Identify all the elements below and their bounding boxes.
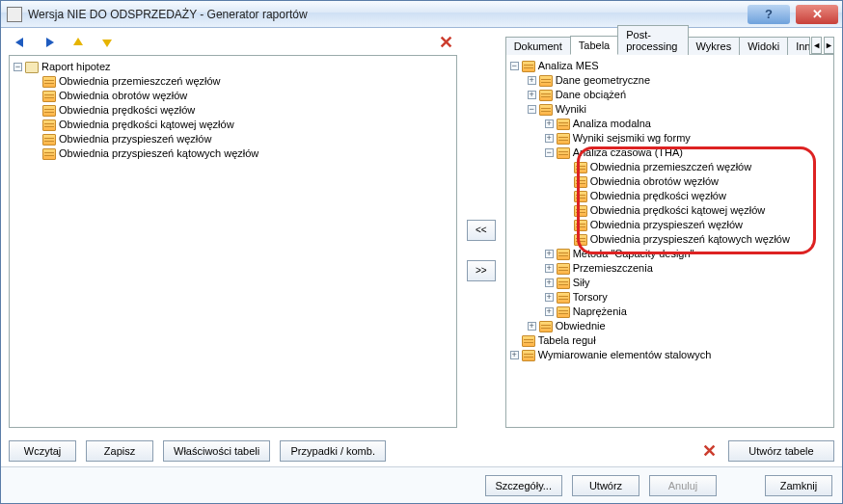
tab-scroll-left-icon[interactable]: ◄ [811,37,822,54]
collapse-icon[interactable]: − [528,105,536,114]
expand-icon[interactable]: + [545,250,554,258]
load-button[interactable]: Wczytaj [9,440,76,462]
tab-inne[interactable]: Inne [787,37,810,55]
tree-item[interactable]: +Obwiednie [528,319,831,333]
tree-item[interactable]: +Analiza modalna [545,117,831,131]
app-icon [7,7,22,22]
help-button[interactable]: ? [748,5,790,24]
tab-wykres[interactable]: Wykres [688,37,741,55]
move-left-button[interactable]: << [467,220,496,241]
table-icon [557,278,570,289]
table-icon [539,75,553,87]
move-right-button[interactable]: >> [467,260,496,281]
svg-marker-1 [46,38,54,47]
delete-icon[interactable]: ✕ [702,442,717,460]
expand-icon[interactable]: + [528,91,536,99]
expand-icon[interactable]: + [545,293,554,302]
svg-marker-3 [102,40,112,47]
collapse-icon[interactable]: − [510,62,519,70]
expand-icon[interactable]: + [510,351,519,359]
tree-item[interactable]: +Przemieszczenia [545,261,831,276]
expand-icon[interactable]: + [545,307,554,316]
tree-root[interactable]: − Raport hipotez [14,60,454,74]
expand-icon[interactable]: + [545,264,554,273]
tree-item[interactable]: +Dane geometryczne [528,73,831,88]
tree-item[interactable]: +Metoda "Capacity design" [545,247,831,261]
tree-item-label: Obwiednia przyspieszeń węzłów [590,218,743,232]
table-icon [574,176,587,188]
collapse-icon[interactable]: − [14,63,22,71]
tree-item[interactable]: Obwiednia prędkości węzłów [562,189,831,203]
nav-up-icon[interactable] [70,35,86,50]
tree-item-label: Analiza MES [538,59,599,73]
left-button-row: Wczytaj Zapisz Właściwości tabeli Przypa… [9,428,457,466]
cases-combos-button[interactable]: Przypadki / komb. [280,440,386,462]
tab-dokument[interactable]: Dokument [505,37,571,55]
close-button[interactable]: Zamknij [765,475,832,496]
tree-item[interactable]: +Siły [545,276,831,290]
save-button[interactable]: Zapisz [86,440,153,462]
nav-back-icon[interactable] [13,35,28,50]
report-generator-window: Wersja NIE DO ODSPRZEDAŻY - Generator ra… [0,0,843,504]
nav-forward-icon[interactable] [41,35,57,50]
tree-item[interactable]: −Analiza czasowa (THA) [545,146,831,160]
tree-item[interactable]: Obwiednia obrotów węzłów [562,174,831,189]
right-pane: Dokument Tabela Post-processing Wykres W… [505,34,834,466]
tree-item[interactable]: Obwiednia przyspieszeń kątowych węzłów [562,232,831,247]
expand-icon[interactable]: + [528,322,536,331]
tab-widoki[interactable]: Widoki [739,37,788,55]
svg-marker-2 [73,38,83,45]
tree-item[interactable]: +Naprężenia [545,305,831,319]
tree-item[interactable]: Obwiednia przemieszczeń węzłów [31,74,454,89]
tree-item-label: Obwiednia przyspieszeń węzłów [59,132,211,146]
create-tables-button[interactable]: Utwórz tabele [728,440,834,462]
tree-item[interactable]: Obwiednia przyspieszeń kątowych węzłów [31,146,454,161]
table-icon [42,105,56,117]
expand-icon[interactable]: + [545,119,554,128]
tree-item-label: Torsory [573,290,608,305]
tree-item[interactable]: Obwiednia prędkości kątowej węzłów [562,203,831,218]
tree-item[interactable]: Tabela reguł [510,333,831,348]
tree-item[interactable]: Obwiednia przyspieszeń węzłów [31,132,454,146]
table-icon [522,335,535,347]
tree-item[interactable]: +Dane obciążeń [528,88,831,102]
tree-item-label: Analiza czasowa (THA) [573,146,683,160]
table-icon [42,76,56,88]
expand-icon[interactable]: + [545,134,554,143]
tree-item[interactable]: −Analiza MES [510,59,831,73]
nav-down-icon[interactable] [99,35,115,50]
create-button[interactable]: Utwórz [572,475,639,496]
left-tree[interactable]: − Raport hipotez Obwiednia przemieszczeń… [9,55,457,428]
collapse-icon[interactable]: − [545,148,554,157]
tree-item-label: Wyniki sejsmiki wg formy [573,131,691,146]
tree-item[interactable]: +Wymiarowanie elementów stalowych [510,348,831,362]
tree-item-label: Wymiarowanie elementów stalowych [538,348,712,362]
tree-item[interactable]: +Wyniki sejsmiki wg formy [545,131,831,146]
tree-item[interactable]: Obwiednia przyspieszeń węzłów [562,218,831,232]
table-icon [574,234,587,246]
tree-item-label: Dane obciążeń [556,88,626,102]
tree-item[interactable]: Obwiednia obrotów węzłów [31,89,454,103]
tree-item[interactable]: +Torsory [545,290,831,305]
tab-postprocessing[interactable]: Post-processing [617,25,688,55]
expand-icon[interactable]: + [528,76,536,85]
titlebar: Wersja NIE DO ODSPRZEDAŻY - Generator ra… [1,1,842,28]
clear-icon[interactable]: ✕ [439,34,453,51]
right-tree[interactable]: −Analiza MES +Dane geometryczne +Dane ob… [505,55,834,428]
table-icon [574,162,587,173]
table-properties-button[interactable]: Właściwości tabeli [163,440,270,462]
window-close-button[interactable]: ✕ [796,5,838,24]
tree-item[interactable]: Obwiednia prędkości kątowej węzłów [31,118,454,132]
tree-item-label: Obwiednia prędkości kątowej węzłów [59,118,234,132]
table-icon [574,191,587,202]
table-icon [574,220,587,231]
cancel-button[interactable]: Anuluj [649,475,717,496]
tree-item[interactable]: Obwiednia przemieszczeń węzłów [562,160,831,174]
details-button[interactable]: Szczegóły... [485,475,563,496]
tree-item[interactable]: Obwiednia prędkości węzłów [31,103,454,118]
tab-scroll-right-icon[interactable]: ► [824,37,834,54]
right-action-row: ✕ Utwórz tabele [505,428,834,466]
tree-item[interactable]: −Wyniki [528,102,831,117]
tab-tabela[interactable]: Tabela [570,36,618,55]
expand-icon[interactable]: + [545,279,554,287]
